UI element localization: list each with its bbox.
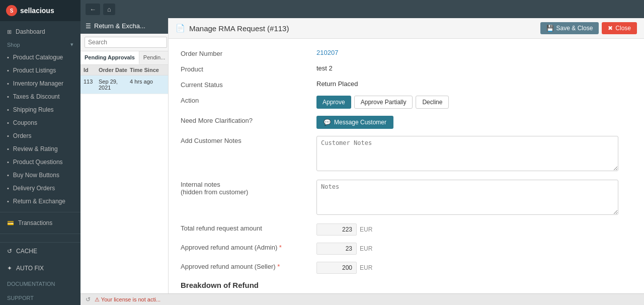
sidebar-item-transactions[interactable]: 💳 Transactions	[0, 216, 80, 230]
list-table-header: Id Order Date Time Since	[80, 65, 168, 75]
close-button[interactable]: ✖ Close	[602, 22, 637, 34]
current-status-label: Current Status	[181, 80, 311, 89]
save-icon: 💾	[546, 25, 554, 32]
approved-admin-input-group: EUR	[316, 243, 632, 255]
rma-title: 📄 Manage RMA Request (#113)	[176, 24, 289, 33]
action-value: Approve Approve Partially Decline	[316, 96, 632, 109]
home-button[interactable]: ⌂	[103, 4, 115, 15]
sidebar-item-buy-now-buttons[interactable]: • Buy Now Buttons	[0, 169, 80, 182]
status-bar: ↺ ⚠ Your license is not acti...	[80, 293, 644, 305]
bullet-icon: •	[7, 120, 9, 126]
sidebar-bottom: ↺ CACHE ✦ AUTO FIX DOCUMENTATION SUPPORT	[0, 242, 80, 305]
refresh-icon: ↺	[86, 296, 91, 303]
sidebar-item-label: Buy Now Buttons	[13, 172, 59, 179]
sidebar-item-review-rating[interactable]: • Review & Rating	[0, 142, 80, 156]
internal-notes-value	[316, 180, 632, 216]
approved-seller-input[interactable]	[316, 262, 357, 274]
tab-pending-approvals[interactable]: Pending Approvals	[80, 51, 139, 64]
customer-notes-textarea[interactable]	[316, 136, 618, 171]
sidebar-item-delivery-orders[interactable]: • Delivery Orders	[0, 182, 80, 195]
product-label: Product	[181, 64, 311, 73]
total-refund-row: Total refund request amount EUR	[181, 223, 632, 236]
sidebar-item-label: Product Questions	[13, 159, 63, 166]
sidebar-item-label: Shipping Rules	[13, 106, 54, 113]
sidebar-item-shop[interactable]: Shop ▾	[0, 38, 80, 51]
product-row: Product test 2	[181, 64, 632, 73]
sidebar-item-label: Shop	[7, 42, 20, 48]
total-refund-label: Total refund request amount	[181, 223, 311, 232]
save-close-label: Save & Close	[556, 25, 593, 32]
approve-partially-button[interactable]: Approve Partially	[354, 96, 413, 109]
list-tabs: Pending Approvals Pendin...	[80, 51, 168, 65]
sidebar-item-inventory-manager[interactable]: • Inventory Manager	[0, 77, 80, 90]
sidebar: S sellacious ⊞ Dashboard Shop ▾ • Produc…	[0, 0, 80, 305]
auto-fix-icon: ✦	[7, 265, 12, 272]
sidebar-item-coupons[interactable]: • Coupons	[0, 116, 80, 129]
list-panel-title: Return & Excha...	[94, 22, 145, 30]
bullet-icon: •	[7, 133, 9, 139]
save-close-button[interactable]: 💾 Save & Close	[540, 22, 599, 34]
product-value: test 2	[316, 64, 632, 72]
sidebar-item-user-profile[interactable]: User Profile ▾	[0, 238, 80, 242]
support-link[interactable]: SUPPORT	[0, 291, 80, 305]
bullet-icon: •	[7, 81, 9, 87]
table-row[interactable]: 113 Sep 29, 2021 4 hrs ago	[80, 75, 168, 94]
internal-notes-textarea[interactable]	[316, 180, 618, 215]
required-star: *	[277, 263, 280, 270]
total-refund-input[interactable]	[316, 223, 357, 236]
documentation-link[interactable]: DOCUMENTATION	[0, 277, 80, 291]
sidebar-item-product-catalogue[interactable]: • Product Catalogue	[0, 51, 80, 64]
rma-topbar: 📄 Manage RMA Request (#113) 💾 Save & Clo…	[169, 18, 644, 39]
current-status-value: Return Placed	[316, 80, 632, 88]
approved-seller-label: Approved refund amount (Seller) *	[181, 262, 311, 270]
sidebar-item-dashboard[interactable]: ⊞ Dashboard	[0, 25, 80, 38]
shop-toggle-icon: ▾	[70, 41, 73, 48]
rma-form: Order Number 210207 Product test 2 Curre…	[169, 39, 644, 293]
search-input[interactable]	[85, 37, 167, 48]
approved-admin-label: Approved refund amount (Admin) *	[181, 243, 311, 251]
order-number-row: Order Number 210207	[181, 49, 632, 57]
rma-actions: 💾 Save & Close ✖ Close	[540, 22, 637, 34]
approve-button[interactable]: Approve	[316, 96, 351, 109]
close-x-icon: ✖	[608, 25, 613, 32]
back-button[interactable]: ←	[86, 4, 100, 15]
sidebar-transactions-section: 💳 Transactions	[0, 212, 80, 234]
row-id: 113	[84, 79, 99, 91]
order-number-label: Order Number	[181, 49, 311, 57]
sidebar-item-shipping-rules[interactable]: • Shipping Rules	[0, 103, 80, 116]
order-number-link[interactable]: 210207	[316, 49, 338, 56]
action-row: Action Approve Approve Partially	[181, 96, 632, 109]
bullet-icon: •	[7, 185, 9, 191]
clarification-label: Need More Clarification?	[181, 116, 311, 124]
sidebar-item-product-questions[interactable]: • Product Questions	[0, 156, 80, 169]
main-content: ← ⌂ ☰ Return & Excha... 🔍 F P	[80, 0, 644, 305]
sidebar-item-label: Delivery Orders	[13, 185, 55, 192]
message-customer-button[interactable]: 💬 Message Customer	[316, 116, 393, 129]
sidebar-item-orders[interactable]: • Orders	[0, 129, 80, 142]
tab-pending[interactable]: Pendin...	[139, 51, 168, 64]
app-logo[interactable]: S sellacious	[0, 0, 80, 21]
current-status-row: Current Status Return Placed	[181, 80, 632, 89]
approved-seller-row: Approved refund amount (Seller) * EUR	[181, 262, 632, 274]
message-label: Message Customer	[334, 119, 386, 126]
sidebar-item-taxes-discount[interactable]: • Taxes & Discount	[0, 90, 80, 103]
content-split: ☰ Return & Excha... 🔍 F Pending Approval…	[80, 18, 644, 293]
decline-button[interactable]: Decline	[416, 96, 449, 109]
rma-title-text: Manage RMA Request (#113)	[189, 24, 289, 33]
total-refund-currency: EUR	[360, 226, 372, 233]
list-search-bar: 🔍 F	[80, 34, 168, 51]
sidebar-item-return-exchange[interactable]: • Return & Exchange	[0, 195, 80, 208]
support-label: SUPPORT	[7, 295, 34, 301]
cache-button[interactable]: ↺ CACHE	[0, 243, 80, 260]
sidebar-item-product-listings[interactable]: • Product Listings	[0, 64, 80, 77]
rma-panel: 📄 Manage RMA Request (#113) 💾 Save & Clo…	[169, 18, 644, 293]
auto-fix-button[interactable]: ✦ AUTO FIX	[0, 260, 80, 277]
bullet-icon: •	[7, 94, 9, 100]
approved-admin-input[interactable]	[316, 243, 357, 255]
documentation-label: DOCUMENTATION	[7, 281, 55, 287]
dashboard-icon: ⊞	[7, 29, 12, 35]
approved-seller-value: EUR	[316, 262, 632, 274]
customer-notes-value	[316, 136, 632, 173]
bullet-icon: •	[7, 198, 9, 204]
rma-title-icon: 📄	[176, 24, 185, 33]
